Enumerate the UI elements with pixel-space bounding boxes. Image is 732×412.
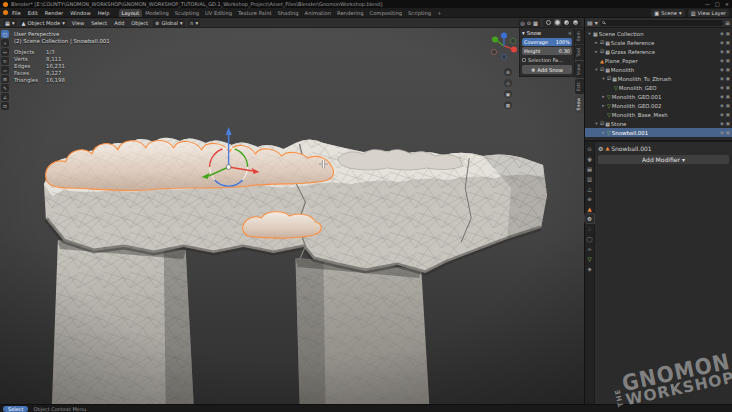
sidebar-tab[interactable]: View <box>575 61 584 78</box>
add-modifier-button[interactable]: Add Modifier ▾ <box>598 155 729 164</box>
hide-viewport-icon[interactable]: ◉ <box>720 94 724 99</box>
outliner-row[interactable]: ☑ ▲ Plane_Paper ◉ ▣ <box>585 56 732 65</box>
negative-y-ball[interactable] <box>510 38 515 43</box>
viewport-control-icon[interactable]: ⊕ <box>504 68 512 76</box>
properties-tab[interactable]: ⚙ <box>585 214 594 223</box>
tool-button[interactable]: ↻ <box>1 57 9 65</box>
hide-viewport-icon[interactable]: ◉ <box>720 85 724 90</box>
viewport-control-icon[interactable]: ▦ <box>504 101 512 109</box>
disable-render-icon[interactable]: ▣ <box>726 31 730 36</box>
expand-caret-icon[interactable]: ▸ <box>601 130 606 135</box>
viewport-menu[interactable]: Select <box>89 20 109 26</box>
hide-viewport-icon[interactable]: ◉ <box>720 49 724 54</box>
menu-item[interactable]: Edit <box>25 9 41 17</box>
workspace-tab[interactable]: Animation <box>302 9 334 17</box>
viewport-toggle-icon[interactable]: ◎ <box>520 20 525 26</box>
collection-checkbox-icon[interactable]: ☑ <box>600 49 604 54</box>
disable-render-icon[interactable]: ▣ <box>726 58 730 63</box>
hide-viewport-icon[interactable]: ◉ <box>720 67 724 72</box>
selection-checkbox[interactable]: Selection Fa... <box>522 56 572 63</box>
filter-icon[interactable]: ≡ <box>725 19 730 26</box>
disable-render-icon[interactable]: ▣ <box>726 85 730 90</box>
hide-viewport-icon[interactable]: ◉ <box>720 103 724 108</box>
disable-render-icon[interactable]: ▣ <box>726 49 730 54</box>
hide-viewport-icon[interactable]: ◉ <box>720 76 724 81</box>
tool-button[interactable]: ▢ <box>1 30 9 38</box>
add-workspace-button[interactable]: + <box>434 9 444 17</box>
outliner-row[interactable]: ▾ ☑ ▦ Monolith ◉ ▣ <box>585 65 732 74</box>
blender-menu-icon[interactable] <box>3 10 8 15</box>
disable-render-icon[interactable]: ▣ <box>726 121 730 126</box>
shading-mode-button[interactable] <box>563 19 570 26</box>
mode-dropdown[interactable]: ▲ Object Mode ▾ <box>20 19 67 27</box>
collection-checkbox-icon[interactable]: ☑ <box>607 76 611 81</box>
disable-render-icon[interactable]: ▣ <box>726 76 730 81</box>
viewport-toggle-icon[interactable]: ▩ <box>533 20 538 26</box>
view-layer-selector[interactable]: ▥ View Layer <box>688 9 729 17</box>
tool-button[interactable]: + <box>1 39 9 47</box>
outliner-row[interactable]: ▸ ☑ ▽ Monolith_GEO.002 ◉ ▣ <box>585 101 732 110</box>
z-axis-ball[interactable] <box>501 33 507 39</box>
collapse-icon[interactable]: ▾ <box>522 30 525 36</box>
hide-viewport-icon[interactable]: ◉ <box>720 31 724 36</box>
properties-tab[interactable]: ▤ <box>585 164 594 173</box>
properties-tab[interactable]: ▽ <box>585 254 594 263</box>
snap-toggle[interactable]: ∩ ▾ <box>188 19 200 27</box>
editor-outliner-icon[interactable]: ▤ <box>587 19 593 26</box>
properties-tab[interactable]: ◈ <box>585 264 594 273</box>
disable-render-icon[interactable]: ▣ <box>726 112 730 117</box>
shading-mode-button[interactable] <box>554 19 561 26</box>
workspace-tab[interactable]: Sculpting <box>172 9 202 17</box>
outliner-row[interactable]: ☑ ▽ Monolith_Base_Mesh ◉ ▣ <box>585 110 732 119</box>
viewport-control-icon[interactable]: ▣ <box>504 90 512 98</box>
workspace-tab[interactable]: Rendering <box>334 9 367 17</box>
expand-caret-icon[interactable]: ▸ <box>594 49 599 54</box>
properties-tab[interactable]: ◯ <box>585 234 594 243</box>
properties-tab[interactable]: ⊙ <box>585 144 594 153</box>
shading-mode-button[interactable] <box>545 19 552 26</box>
outliner-row[interactable]: ▾ ☑ ▦ Scene Collection ◉ ▣ <box>585 29 732 38</box>
workspace-tab[interactable]: Texture Paint <box>235 9 274 17</box>
coverage-slider[interactable]: Coverage 100% <box>522 38 572 46</box>
outliner-row[interactable]: ☑ ▽ Monolith_GEO ◉ ▣ <box>585 83 732 92</box>
hide-viewport-icon[interactable]: ◉ <box>720 121 724 126</box>
expand-caret-icon[interactable]: ▾ <box>594 121 599 126</box>
stone-pillar-right[interactable] <box>295 258 429 404</box>
sidebar-tab[interactable]: Snow <box>575 95 584 113</box>
navigation-gizmo[interactable] <box>490 32 518 60</box>
viewport-menu[interactable]: Object <box>129 20 150 26</box>
outliner-row[interactable]: ▸ ☑ ▦ Grass Reference ◉ ▣ <box>585 47 732 56</box>
viewport-control-icon[interactable]: ◇ <box>504 79 512 87</box>
outliner-row[interactable]: ▸ ☑ ▦ Scale Reference ◉ ▣ <box>585 38 732 47</box>
tool-button[interactable]: ⊡ <box>1 102 9 110</box>
disable-render-icon[interactable]: ▣ <box>726 103 730 108</box>
expand-caret-icon[interactable]: ▸ <box>601 103 606 108</box>
maximize-button[interactable]: □ <box>715 1 720 7</box>
properties-tab[interactable]: ◉ <box>585 154 594 163</box>
disable-render-icon[interactable]: ▣ <box>726 130 730 135</box>
collection-checkbox-icon[interactable]: ☑ <box>600 40 604 45</box>
workspace-tab[interactable]: UV Editing <box>202 9 235 17</box>
collection-checkbox-icon[interactable]: ☑ <box>600 67 604 72</box>
menu-item[interactable]: Render <box>42 9 66 17</box>
tool-button[interactable]: ✎ <box>1 84 9 92</box>
tool-button[interactable]: ▱ <box>1 66 9 74</box>
outliner-search-input[interactable] <box>600 20 723 26</box>
properties-tab[interactable]: ▥ <box>585 174 594 183</box>
minimize-button[interactable]: — <box>705 1 710 7</box>
checkbox-icon[interactable] <box>522 58 526 62</box>
height-field[interactable]: Height 0.30 <box>522 47 572 55</box>
add-snow-button[interactable]: ❄ Add Snow <box>522 65 572 74</box>
hide-viewport-icon[interactable]: ◉ <box>720 58 724 63</box>
disable-render-icon[interactable]: ▣ <box>726 67 730 72</box>
shading-mode-button[interactable] <box>572 19 579 26</box>
expand-caret-icon[interactable]: ▾ <box>587 31 592 36</box>
menu-item[interactable]: File <box>9 9 24 17</box>
sidebar-tab[interactable]: Edit <box>575 79 584 94</box>
properties-tab[interactable]: ∞ <box>585 244 594 253</box>
negative-z-ball[interactable] <box>501 54 506 59</box>
expand-caret-icon[interactable]: ▾ <box>601 76 606 81</box>
outliner-row[interactable]: ▾ ☑ ▦ Monolith_Tu_Zbrush ◉ ▣ <box>585 74 732 83</box>
x-axis-ball[interactable] <box>511 47 517 53</box>
hide-viewport-icon[interactable]: ◉ <box>720 112 724 117</box>
